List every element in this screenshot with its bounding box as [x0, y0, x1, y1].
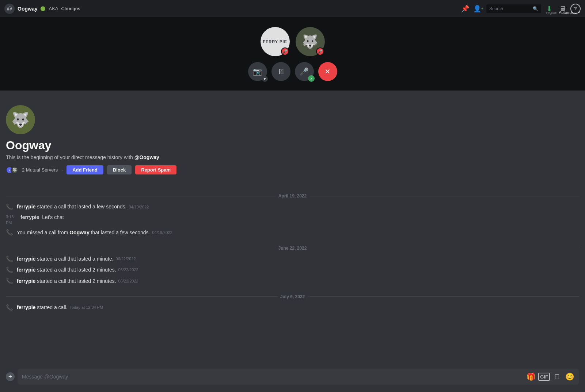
at-icon: @: [4, 4, 15, 14]
search-label: Search: [489, 6, 503, 11]
online-dot: 🟢: [40, 6, 46, 11]
region-row: region Automatic ▼: [546, 10, 581, 15]
mute-check-icon: ✓: [308, 75, 315, 82]
profile-name: Oogway: [6, 139, 579, 152]
sticker-icon[interactable]: 🗒: [552, 372, 562, 382]
emoji-icon[interactable]: 😊: [565, 372, 575, 382]
call-phone-icon-1: 📞: [6, 203, 13, 211]
add-attachment-button[interactable]: +: [6, 372, 15, 381]
search-icon: 🔍: [533, 6, 538, 11]
region-label: region: [546, 10, 558, 15]
call-message-4: 📞 ferrypie started a call that lasted 2 …: [6, 276, 579, 287]
top-bar: @ Oogway 🟢 AKA Chongus 📌 👤+ Search 🔍 ⬇ 🖥…: [0, 0, 585, 18]
chat-content: 🐺 Oogway This is the beginning of your d…: [0, 91, 585, 365]
top-bar-left: @ Oogway 🟢 AKA Chongus: [4, 4, 80, 14]
call-phone-icon-2: 📞: [6, 255, 13, 263]
call-timestamp-2: 06/22/2022: [116, 256, 136, 262]
call-text-3: ferrypie started a call that lasted 2 mi…: [17, 266, 116, 274]
msg-content-1: ferrypie Let's chat: [20, 214, 64, 221]
message-right-icons: 🎁 GIF 🗒 😊: [526, 372, 575, 382]
camera-icon: 📷: [253, 67, 262, 76]
msg-time-1: 3:13 PM: [6, 214, 20, 226]
call-text-4: ferrypie started a call that lasted 2 mi…: [17, 278, 116, 285]
missed-call-icon-1: 📞: [6, 228, 13, 237]
oogway-avatar-wrap: 🐺 🎤: [296, 27, 325, 56]
mutual-servers-text: 2 Mutual Servers: [22, 167, 58, 173]
block-button[interactable]: Block: [107, 165, 132, 174]
call-text-1: ferrypie started a call that lasted a fe…: [17, 203, 126, 211]
top-username: Oogway: [18, 6, 37, 12]
gift-icon[interactable]: 🎁: [526, 372, 536, 382]
msg-body-1: ferrypie Let's chat: [20, 214, 64, 221]
call-message-1: 📞 ferrypie started a call that lasted a …: [6, 201, 579, 212]
date-separator-april: April 19, 2022: [6, 193, 579, 199]
call-timestamp-5: Today at 12:04 PM: [70, 305, 103, 310]
end-call-button[interactable]: ✕: [318, 62, 337, 81]
top-nickname: Chongus: [61, 6, 80, 11]
call-avatars: FERRY PIE 🎤 🐺 🎤: [261, 27, 325, 56]
oogway-muted-icon: 🎤: [316, 47, 324, 55]
screen-share-button[interactable]: 🖥: [271, 62, 290, 81]
missed-call-timestamp-1: 04/19/2022: [152, 230, 172, 235]
ferry-pie-avatar-wrap: FERRY PIE 🎤: [261, 27, 290, 56]
message-input-wrap[interactable]: Message @Oogway 🎁 GIF 🗒 😊: [18, 369, 579, 385]
call-phone-icon-3: 📞: [6, 266, 13, 274]
call-area: FERRY PIE 🎤 🐺 🎤 📷 ▼ 🖥 🎤 ✓ ✕: [0, 18, 585, 91]
mutual-row: 2 🐺 2 Mutual Servers · Add Friend Block …: [6, 165, 579, 174]
gif-icon[interactable]: GIF: [538, 373, 550, 381]
chevron-down-icon: ▼: [577, 11, 581, 14]
mute-icon: 🎤: [300, 67, 309, 76]
message-input-bar: + Message @Oogway 🎁 GIF 🗒 😊: [0, 365, 585, 392]
date-separator-july: July 6, 2022: [6, 294, 579, 299]
screen-share-icon: 🖥: [277, 68, 285, 76]
missed-call-1: 📞 You missed a call from Oogway that las…: [6, 227, 579, 238]
ferry-pie-muted-icon: 🎤: [281, 47, 289, 55]
mutual-avatar-2: 🐺: [11, 166, 18, 174]
profile-avatar: 🐺: [6, 105, 35, 134]
missed-call-text-1: You missed a call from Oogway that laste…: [17, 229, 150, 237]
call-message-5: 📞 ferrypie started a call. Today at 12:0…: [6, 302, 579, 313]
mute-button[interactable]: 🎤 ✓: [295, 62, 314, 81]
call-controls: 📷 ▼ 🖥 🎤 ✓ ✕: [248, 62, 337, 81]
profile-avatar-emoji: 🐺: [11, 111, 30, 128]
call-timestamp-1: 04/19/2022: [129, 204, 149, 210]
call-text-2: ferrypie started a call that lasted a mi…: [17, 255, 114, 263]
mutual-avatars: 2 🐺: [6, 166, 18, 174]
message-placeholder: Message @Oogway: [22, 374, 520, 380]
call-timestamp-4: 06/22/2022: [118, 278, 138, 284]
profile-section: 🐺 Oogway This is the beginning of your d…: [6, 98, 579, 186]
call-phone-icon-4: 📞: [6, 277, 13, 285]
call-text-5: ferrypie started a call.: [17, 304, 68, 311]
call-message-3: 📞 ferrypie started a call that lasted 2 …: [6, 265, 579, 276]
add-friend-button[interactable]: Add Friend: [67, 165, 103, 174]
call-message-2: 📞 ferrypie started a call that lasted a …: [6, 254, 579, 265]
add-friend-icon[interactable]: 👤+: [473, 4, 483, 14]
date-separator-june: June 22, 2022: [6, 246, 579, 251]
camera-chevron-icon: ▼: [262, 76, 268, 82]
chat-message-1: 3:13 PM ferrypie Let's chat: [6, 212, 579, 227]
report-spam-button[interactable]: Report Spam: [135, 165, 176, 174]
chat-area: 🐺 Oogway This is the beginning of your d…: [0, 91, 585, 392]
profile-description: This is the beginning of your direct mes…: [6, 154, 579, 160]
dot-separator: ·: [61, 167, 63, 173]
ferry-pie-label: FERRY PIE: [263, 39, 287, 44]
region-value[interactable]: Automatic ▼: [559, 10, 581, 15]
aka-label: AKA: [49, 6, 58, 11]
call-phone-icon-5: 📞: [6, 304, 13, 312]
camera-button[interactable]: 📷 ▼: [248, 62, 267, 81]
pin-icon[interactable]: 📌: [460, 4, 470, 14]
search-box[interactable]: Search 🔍: [486, 4, 541, 13]
call-timestamp-3: 06/22/2022: [118, 267, 138, 273]
end-call-icon: ✕: [324, 67, 331, 76]
